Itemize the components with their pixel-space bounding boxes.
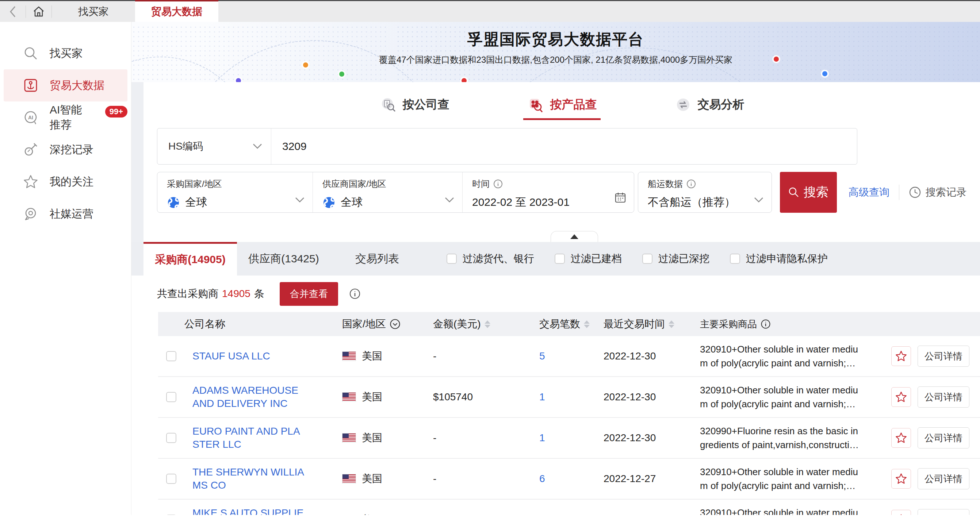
- company-detail-button[interactable]: 公司详情: [918, 468, 969, 489]
- notification-badge: 99+: [105, 106, 127, 117]
- row-checkbox[interactable]: [166, 474, 177, 484]
- company-link[interactable]: STAUF USA LLC: [192, 350, 270, 362]
- globe-icon: [167, 196, 180, 209]
- filter-checkbox-1[interactable]: 过滤已建档: [555, 252, 622, 266]
- advanced-query-link[interactable]: 高级查询: [848, 186, 889, 199]
- main-products: 320910+Other soluble in water medium of …: [692, 383, 860, 411]
- favorite-star-button[interactable]: [891, 510, 911, 515]
- search-query-input[interactable]: [271, 129, 857, 164]
- search-tab-label: 按公司查: [403, 97, 449, 113]
- last-trade-date: 2022-12-30: [601, 391, 692, 403]
- home-button[interactable]: [26, 1, 51, 22]
- company-link[interactable]: ADAMS WAREHOUSE AND DELIVERY INC: [192, 385, 298, 409]
- search-tab-company-search[interactable]: 按公司查: [377, 93, 452, 116]
- filter-2[interactable]: 时间2022-02 至 2023-01: [462, 172, 634, 213]
- buyers-table: 公司名称国家/地区金额(美元)交易笔数最近交易时间主要采购商品 STAUF US…: [158, 312, 980, 515]
- filter-checkbox-2[interactable]: 过滤已深挖: [642, 252, 710, 266]
- country-filter-icon[interactable]: [390, 319, 401, 330]
- info-icon[interactable]: [493, 179, 503, 189]
- info-icon[interactable]: [686, 179, 696, 189]
- sidebar-item-social[interactable]: 社媒运营: [4, 198, 127, 230]
- filter-1[interactable]: 供应商国家/地区全球: [313, 172, 462, 213]
- search-tab-trade-analysis[interactable]: 交易分析: [672, 93, 747, 116]
- sidebar-item-ai[interactable]: AIAI智能推荐99+: [4, 102, 127, 133]
- sidebar-item-trade-data[interactable]: 贸易大数据: [4, 69, 127, 102]
- calendar-icon[interactable]: [614, 191, 627, 204]
- filter-checkbox-0[interactable]: 过滤货代、银行: [447, 252, 534, 266]
- row-checkbox[interactable]: [166, 392, 177, 402]
- summary-prefix: 共查出采购商: [157, 287, 218, 301]
- favorite-star-button[interactable]: [891, 469, 911, 489]
- table-row: THE SHERWYN WILLIAMS CO美国-62022-12-27320…: [158, 459, 980, 500]
- table-row: EURO PAINT AND PLASTER LLC美国-12022-12-30…: [158, 418, 980, 459]
- favorite-star-button[interactable]: [891, 428, 911, 448]
- deal-count-link[interactable]: 1: [539, 432, 545, 443]
- dot-decoration: [236, 78, 241, 82]
- search-history-label: 搜索记录: [926, 186, 966, 199]
- result-tab-1[interactable]: 供应商(13425): [237, 242, 331, 276]
- collapse-search-panel-button[interactable]: [550, 231, 598, 242]
- search-field-type-select[interactable]: HS编码: [158, 129, 271, 164]
- summary-suffix: 条: [254, 287, 264, 301]
- sort-icon[interactable]: [584, 321, 590, 328]
- ai-icon: AI: [23, 110, 39, 125]
- table-header-row: 公司名称国家/地区金额(美元)交易笔数最近交易时间主要采购商品: [158, 312, 980, 336]
- filter-0[interactable]: 采购国家/地区全球: [158, 172, 313, 213]
- amount-value: -: [429, 350, 535, 362]
- favorite-star-button[interactable]: [891, 346, 911, 366]
- search-tab-product-search[interactable]: 按产品查: [525, 93, 599, 116]
- result-tab-2[interactable]: 交易列表: [331, 242, 424, 276]
- company-link[interactable]: MIKE S AUTO SUPPLIES: [192, 507, 304, 515]
- top-tab-find-buyers[interactable]: 找买家: [52, 1, 135, 22]
- checkbox-icon[interactable]: [555, 254, 565, 264]
- favorite-star-button[interactable]: [891, 387, 911, 407]
- search-card: 按公司查按产品查交易分析 HS编码 采购国家/地区全球供应商国家/地区全球时间2…: [143, 82, 980, 242]
- checkbox-label: 过滤申请隐私保护: [746, 252, 828, 266]
- checkbox-icon[interactable]: [642, 254, 652, 264]
- country-label: 美国: [362, 472, 382, 486]
- info-icon[interactable]: [760, 319, 771, 329]
- column-header-4: 最近交易时间: [601, 317, 692, 331]
- checkbox-icon[interactable]: [447, 254, 457, 264]
- company-detail-button[interactable]: 公司详情: [918, 346, 969, 367]
- row-checkbox[interactable]: [166, 433, 177, 443]
- filter-label: 供应商国家/地区: [322, 178, 386, 190]
- result-summary-row: 共查出采购商 14905 条 合并查看: [132, 276, 980, 312]
- company-detail-button[interactable]: 公司详情: [918, 386, 969, 408]
- top-tab-bar: 找买家 贸易大数据: [0, 0, 980, 22]
- sidebar-item-search[interactable]: 找买家: [4, 37, 127, 69]
- company-link[interactable]: THE SHERWYN WILLIAMS CO: [192, 466, 304, 491]
- last-trade-date: 2022-12-27: [601, 473, 692, 484]
- search-tab-label: 按产品查: [550, 97, 597, 113]
- dot-decoration: [461, 78, 467, 82]
- merge-view-button[interactable]: 合并查看: [280, 282, 338, 306]
- filter-checkbox-3[interactable]: 过滤申请隐私保护: [730, 252, 828, 266]
- sort-icon[interactable]: [668, 321, 675, 328]
- sidebar-item-dig[interactable]: 深挖记录: [4, 133, 127, 166]
- row-checkbox[interactable]: [166, 351, 177, 361]
- dot-decoration: [822, 71, 827, 76]
- company-detail-button[interactable]: 公司详情: [918, 427, 969, 448]
- country-label: 美国: [362, 431, 382, 445]
- sidebar-item-star[interactable]: 我的关注: [4, 166, 127, 198]
- deal-count-link[interactable]: 5: [539, 350, 545, 362]
- company-link[interactable]: EURO PAINT AND PLASTER LLC: [192, 426, 300, 450]
- top-tab-trade-big-data[interactable]: 贸易大数据: [135, 0, 218, 22]
- search-button[interactable]: 搜索: [780, 172, 837, 213]
- row-checkbox[interactable]: [166, 514, 177, 515]
- results-section: 采购商(14905)供应商(13425)交易列表过滤货代、银行过滤已建档过滤已深…: [132, 242, 980, 515]
- company-detail-button[interactable]: 公司详情: [918, 509, 969, 515]
- deal-count-link[interactable]: 1: [539, 391, 545, 403]
- table-row: STAUF USA LLC美国-52022-12-30320910+Other …: [158, 336, 980, 377]
- deal-count-link[interactable]: 1: [539, 514, 545, 515]
- result-tab-0[interactable]: 采购商(14905): [143, 242, 237, 276]
- checkbox-icon[interactable]: [730, 254, 740, 264]
- back-button[interactable]: [0, 1, 25, 22]
- amount-value: $105740: [429, 391, 535, 403]
- search-history-link[interactable]: 搜索记录: [909, 186, 966, 199]
- sort-icon[interactable]: [485, 321, 490, 328]
- chevron-down-icon: [253, 143, 262, 149]
- info-icon[interactable]: [349, 288, 361, 300]
- shipping-data-select[interactable]: 船运数据不含船运（推荐）: [638, 172, 772, 213]
- deal-count-link[interactable]: 6: [539, 473, 545, 484]
